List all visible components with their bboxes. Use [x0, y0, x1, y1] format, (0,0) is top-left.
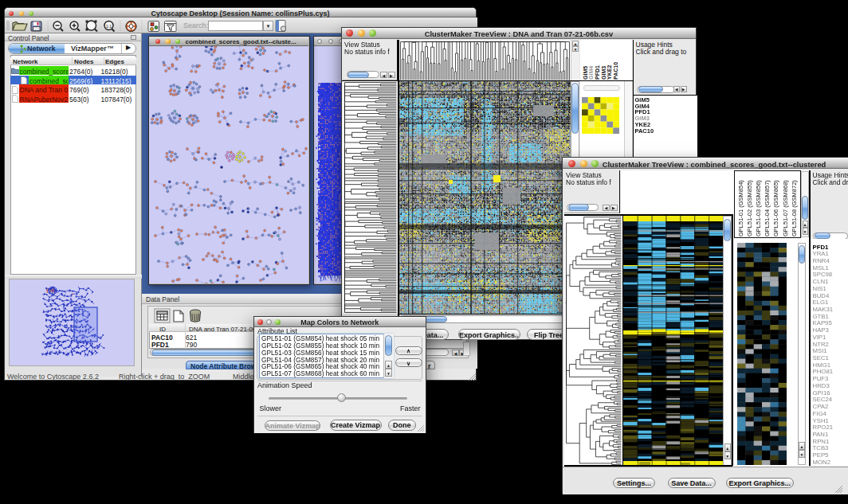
svg-text:1:1: 1:1 — [106, 24, 112, 29]
